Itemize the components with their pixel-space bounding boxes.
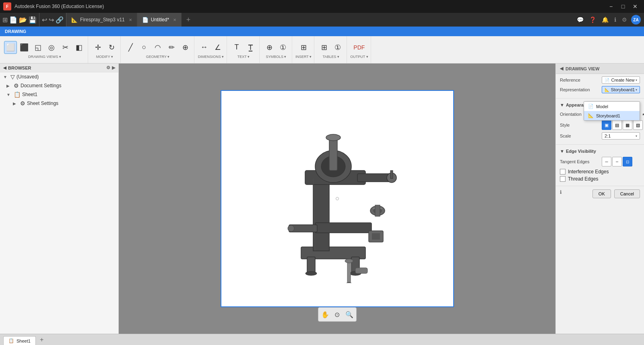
pan-tool-button[interactable]: ✋: [320, 309, 331, 320]
sheet-tab-sheet1[interactable]: 📋 Sheet1: [3, 336, 36, 345]
maximize-button[interactable]: □: [617, 1, 629, 12]
new-tab-button[interactable]: +: [182, 13, 195, 27]
linear-dim-button[interactable]: ↔: [198, 41, 211, 54]
tree-item-document-settings[interactable]: ▶ ⚙ Document Settings: [0, 81, 118, 90]
canvas-area[interactable]: ✋ ⊙ 🔍: [119, 64, 555, 334]
sheet1-tab-label: Sheet1: [17, 339, 31, 343]
point-button[interactable]: ⊕: [179, 41, 192, 54]
drawing-views-label: DRAWING VIEWS ▾: [28, 55, 61, 59]
settings-icon[interactable]: ⚙: [620, 15, 629, 25]
insert-label: INSERT ▾: [295, 55, 312, 59]
thread-edges-checkbox[interactable]: [560, 176, 566, 182]
sidebar-header: ◀ BROWSER ⚙ ▶: [0, 64, 118, 72]
tab-untitled[interactable]: 📄 Untitled* ✕: [137, 13, 182, 27]
insert-button[interactable]: ⊞: [297, 41, 310, 54]
sidebar-settings-icon[interactable]: ⚙: [106, 65, 110, 70]
style-visible-button[interactable]: ▣: [602, 120, 611, 130]
symbols-group: ⊕ ① SYMBOLS ▾: [260, 36, 292, 63]
rep-option-model[interactable]: 📄 Model: [584, 102, 640, 111]
representation-dropdown-button[interactable]: 📐 Storyboard1 ▾: [602, 86, 640, 93]
revision-button[interactable]: ①: [331, 41, 344, 54]
minimize-button[interactable]: −: [605, 1, 617, 12]
tree-item-sheet-settings[interactable]: ▶ ⚙ Sheet Settings: [0, 99, 118, 108]
sidebar-back-icon[interactable]: ◀: [3, 66, 6, 70]
grid-icon[interactable]: ⊞: [2, 16, 8, 24]
tables-group: ⊞ ① TABLES ▾: [315, 36, 347, 63]
representation-dropdown[interactable]: 📐 Storyboard1 ▾ 📄 Model 📐 Storyboard1: [602, 86, 640, 93]
ok-button[interactable]: OK: [592, 189, 611, 198]
projected-view-button[interactable]: ⬛: [18, 41, 31, 54]
drawing-label: DRAWING: [0, 27, 644, 36]
user-avatar[interactable]: ZA: [631, 15, 641, 25]
edge-visibility-header[interactable]: ▼ Edge Visibility: [560, 147, 640, 155]
tree-item-unsaved[interactable]: ▼ ▽ (Unsaved): [0, 72, 118, 81]
pdf-button[interactable]: PDF: [353, 41, 365, 54]
sidebar-collapse-icon[interactable]: ▶: [112, 65, 115, 70]
reference-dropdown[interactable]: 📄 Create New ▾: [602, 76, 640, 84]
centermark-button[interactable]: ⊕: [263, 41, 276, 54]
save-icon[interactable]: 💾: [29, 16, 37, 24]
sheet1-expand-icon: ▼: [6, 92, 12, 97]
tab-firespray[interactable]: 📐 Firespray_Step3 v11 ✕: [66, 13, 137, 27]
reference-label: Reference: [560, 78, 600, 82]
link-icon[interactable]: 🔗: [56, 16, 64, 24]
svg-rect-26: [355, 268, 367, 273]
move-button[interactable]: ✛: [91, 41, 104, 54]
tangent-btn-1[interactable]: ─: [602, 157, 611, 166]
leader-button[interactable]: T̲: [244, 41, 257, 54]
tab-untitled-close[interactable]: ✕: [173, 18, 176, 22]
style-shaded-button[interactable]: ▦: [623, 120, 632, 130]
line-button[interactable]: ╱: [124, 41, 137, 54]
text-button[interactable]: T: [230, 41, 243, 54]
base-view-button[interactable]: ⬜: [4, 41, 17, 54]
redo-icon[interactable]: ↪: [49, 16, 54, 24]
cancel-button[interactable]: Cancel: [614, 189, 640, 198]
tangent-btn-2[interactable]: ╌: [612, 157, 622, 166]
table-button[interactable]: ⊞: [318, 41, 330, 54]
arc-button[interactable]: ◠: [151, 41, 164, 54]
undo-icon[interactable]: ↩: [42, 16, 47, 24]
representation-popup: 📄 Model 📐 Storyboard1 ↖: [584, 101, 640, 121]
new-file-icon[interactable]: 📄: [9, 16, 17, 24]
svg-point-24: [345, 259, 353, 263]
sketch-button[interactable]: ✏: [165, 41, 178, 54]
scale-dropdown[interactable]: 2:1 ▾: [602, 132, 640, 140]
zoom-button[interactable]: 🔍: [344, 309, 355, 320]
reference-dropdown-button[interactable]: 📄 Create New ▾: [602, 76, 640, 84]
datum-button[interactable]: ①: [277, 41, 289, 54]
interference-edges-checkbox[interactable]: [560, 169, 566, 175]
right-panel-title: DRAWING VIEW: [566, 66, 599, 71]
rep-option-storyboard[interactable]: 📐 Storyboard1 ↖: [584, 111, 640, 120]
sheet1-icon: 📋: [14, 91, 21, 98]
chat-icon[interactable]: 💬: [575, 15, 585, 25]
help-icon[interactable]: ❓: [588, 15, 598, 25]
zoom-fit-button[interactable]: ⊙: [332, 309, 343, 320]
tab-firespray-label: Firespray_Step3 v11: [80, 17, 125, 23]
detail-view-button[interactable]: ◎: [45, 41, 58, 54]
circle-button[interactable]: ○: [138, 41, 151, 54]
break-view-button[interactable]: ✂: [59, 41, 72, 54]
svg-rect-1: [313, 179, 329, 251]
style-hidden-button[interactable]: ▤: [612, 120, 622, 130]
reference-arrow-icon: ▾: [636, 78, 637, 82]
rp-actions: ℹ OK Cancel: [556, 186, 644, 201]
tangent-btn-3[interactable]: ⊡: [623, 157, 632, 166]
angular-dim-button[interactable]: ∠: [211, 41, 224, 54]
appearance-collapse-icon: ▼: [560, 103, 564, 107]
tree-item-sheet1[interactable]: ▼ 📋 Sheet1: [0, 90, 118, 99]
close-button[interactable]: ✕: [630, 1, 641, 12]
breakout-view-button[interactable]: ◧: [72, 41, 85, 54]
rotate-button[interactable]: ↻: [105, 41, 118, 54]
info-icon-tab[interactable]: ℹ: [613, 15, 618, 25]
open-file-icon[interactable]: 📂: [19, 16, 27, 24]
section-view-button[interactable]: ◱: [31, 41, 44, 54]
scale-dropdown-button[interactable]: 2:1 ▾: [602, 132, 640, 140]
info-button[interactable]: ℹ: [560, 189, 562, 198]
representation-label: Representation: [560, 87, 600, 92]
scale-value: 2:1: [605, 133, 611, 138]
symbols-label: SYMBOLS ▾: [266, 55, 286, 59]
add-sheet-button[interactable]: +: [36, 335, 47, 345]
style-shaded-hidden-button[interactable]: ▧: [633, 120, 643, 130]
notification-icon[interactable]: 🔔: [600, 15, 610, 25]
tab-firespray-close[interactable]: ✕: [129, 18, 132, 22]
